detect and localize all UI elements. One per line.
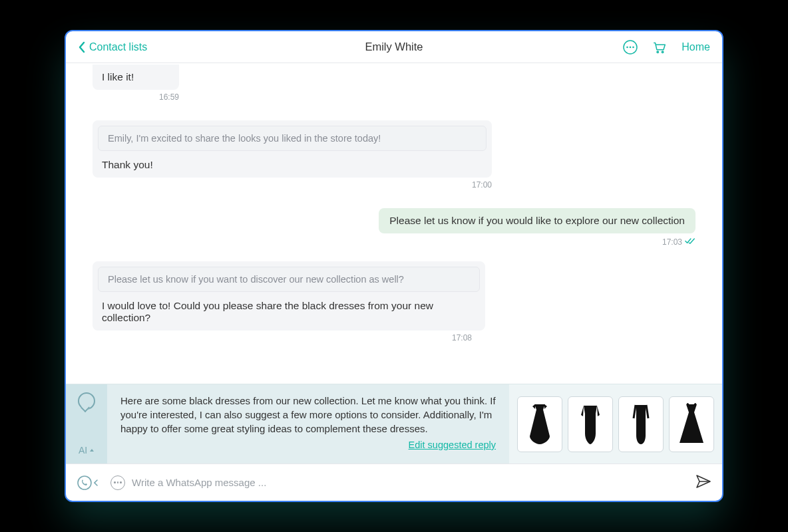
cart-icon — [652, 40, 667, 55]
cart-button[interactable] — [652, 40, 667, 55]
product-thumbnail[interactable] — [618, 396, 664, 452]
chevron-left-icon — [94, 479, 98, 486]
chevron-up-icon — [89, 448, 95, 452]
message-time: 17:00 — [93, 180, 492, 190]
product-thumbnail[interactable] — [517, 396, 562, 452]
dress-icon — [677, 403, 706, 446]
message-input-bar — [66, 464, 722, 501]
message-outgoing: Please let us know if you would like to … — [93, 208, 695, 247]
header: Contact lists Emily White Home — [66, 31, 722, 63]
svg-point-6 — [78, 476, 91, 489]
product-thumbnail[interactable] — [669, 396, 714, 452]
home-link[interactable]: Home — [682, 41, 710, 53]
message-text: Thank you! — [93, 154, 492, 178]
svg-point-5 — [662, 51, 664, 53]
app-window: Contact lists Emily White Home I like it… — [65, 30, 723, 502]
chevron-left-icon — [78, 41, 85, 53]
back-button[interactable]: Contact lists — [78, 41, 147, 53]
product-thumbnails — [509, 384, 722, 464]
message-bubble: Emily, I'm excited to share the looks yo… — [93, 120, 492, 178]
message-bubble: Please let us know if you would like to … — [379, 208, 695, 233]
more-button[interactable] — [623, 40, 638, 55]
message-time: 17:03 — [662, 237, 682, 247]
ai-toggle[interactable]: AI — [79, 445, 95, 456]
header-actions: Home — [623, 40, 710, 55]
ai-suggestion-panel: AI Here are some black dresses from our … — [66, 384, 722, 464]
more-horizontal-icon — [623, 40, 638, 55]
whatsapp-icon — [77, 475, 93, 491]
send-icon — [695, 474, 711, 489]
svg-point-1 — [627, 46, 629, 48]
message-time: 17:08 — [93, 333, 472, 342]
message-incoming: Please let us know if you want to discov… — [93, 261, 485, 342]
dress-icon — [525, 403, 554, 446]
svg-point-3 — [633, 46, 635, 48]
chat-bubble-icon — [78, 392, 95, 410]
product-thumbnail[interactable] — [568, 396, 613, 452]
ai-sidebar: AI — [66, 384, 107, 464]
message-text: I would love to! Could you please share … — [93, 295, 485, 331]
svg-point-2 — [630, 46, 632, 48]
quoted-message: Emily, I'm excited to share the looks yo… — [98, 126, 487, 151]
back-label: Contact lists — [89, 41, 147, 53]
more-options-button[interactable] — [110, 475, 125, 490]
quoted-message: Please let us know if you want to discov… — [98, 267, 480, 292]
chat-area[interactable]: I like it! 16:59 Emily, I'm excited to s… — [66, 63, 722, 384]
message-time: 16:59 — [93, 92, 179, 102]
ai-suggestion-body: Here are some black dresses from our new… — [107, 384, 509, 464]
dress-icon — [626, 403, 656, 446]
message-bubble: I like it! — [93, 65, 179, 90]
read-receipt-icon — [685, 237, 695, 247]
message-input[interactable] — [132, 477, 695, 488]
ai-suggested-text: Here are some black dresses from our new… — [120, 394, 496, 436]
message-incoming: I like it! 16:59 — [93, 65, 179, 102]
channel-selector[interactable] — [94, 477, 98, 489]
message-bubble: Please let us know if you want to discov… — [93, 261, 485, 331]
edit-suggested-reply-link[interactable]: Edit suggested reply — [409, 440, 496, 450]
dress-icon — [576, 403, 605, 446]
svg-point-4 — [657, 51, 658, 53]
message-incoming: Emily, I'm excited to share the looks yo… — [93, 120, 492, 190]
send-button[interactable] — [695, 474, 711, 491]
